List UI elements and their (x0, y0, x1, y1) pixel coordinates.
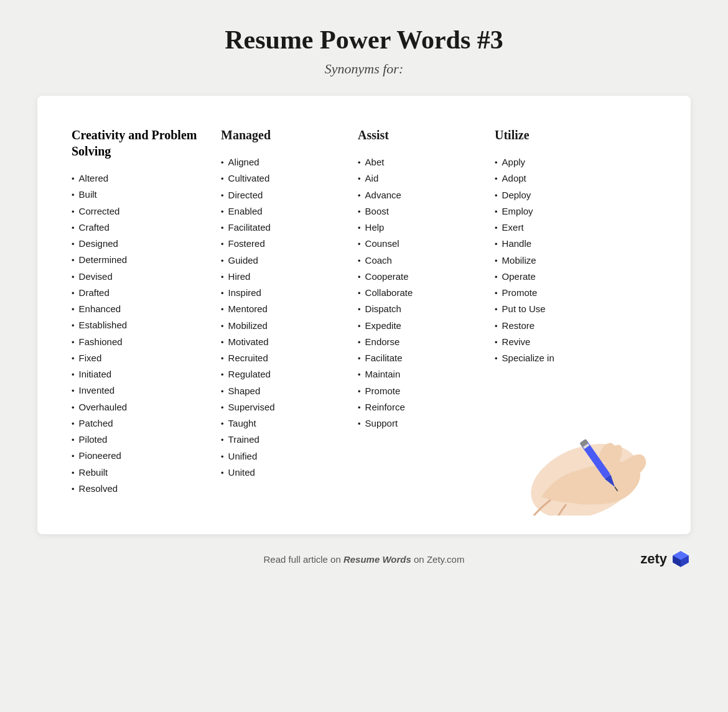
list-item: Facilitate (358, 350, 482, 366)
list-item: Shaped (221, 383, 345, 399)
list-item: Abet (358, 154, 482, 170)
zety-logo: zety (640, 549, 691, 569)
list-item: Revive (495, 334, 619, 350)
list-item: Hired (221, 269, 345, 285)
list-item: Exert (495, 220, 619, 236)
list-item: Fashioned (72, 334, 208, 350)
list-item: Deploy (495, 187, 619, 203)
col2-list: AlignedCultivatedDirectedEnabledFacilita… (221, 154, 345, 481)
list-item: Enabled (221, 203, 345, 220)
col3-list: AbetAidAdvanceBoostHelpCounselCoachCoope… (358, 154, 482, 432)
col4-list: ApplyAdoptDeployEmployExertHandleMobiliz… (495, 154, 619, 366)
col4-header: Utilize (495, 127, 619, 143)
list-item: Counsel (358, 236, 482, 252)
column-utilize: Utilize ApplyAdoptDeployEmployExertHandl… (495, 127, 619, 366)
footer-link-text: Resume Words (343, 554, 411, 565)
list-item: Established (72, 317, 208, 333)
list-item: Guided (221, 252, 345, 269)
list-item: Fixed (72, 350, 208, 366)
list-item: Directed (221, 187, 345, 203)
list-item: Piloted (72, 432, 208, 448)
list-item: Support (358, 415, 482, 432)
list-item: Put to Use (495, 301, 619, 317)
list-item: Cultivated (221, 170, 345, 187)
list-item: Supervised (221, 399, 345, 415)
list-item: Specialize in (495, 350, 619, 366)
list-item: Altered (72, 170, 208, 187)
list-item: Help (358, 220, 482, 236)
list-item: Determined (72, 252, 208, 268)
list-item: United (221, 465, 345, 481)
list-item: Devised (72, 269, 208, 285)
list-item: Invented (72, 382, 208, 399)
list-item: Apply (495, 154, 619, 170)
list-item: Inspired (221, 285, 345, 301)
list-item: Promote (495, 285, 619, 301)
footer-text: Read full article on Resume Words on Zet… (255, 554, 473, 565)
list-item: Overhauled (72, 399, 208, 415)
list-item: Built (72, 187, 208, 203)
list-item: Mentored (221, 301, 345, 317)
list-item: Resolved (72, 481, 208, 497)
list-item: Enhanced (72, 301, 208, 317)
column-creativity: Creativity and Problem Solving AlteredBu… (72, 127, 208, 497)
page-title: Resume Power Words #3 (225, 25, 503, 55)
list-item: Endorse (358, 334, 482, 350)
list-item: Drafted (72, 285, 208, 301)
list-item: Restore (495, 318, 619, 334)
list-item: Collaborate (358, 285, 482, 301)
hand-illustration (504, 385, 666, 516)
list-item: Motivated (221, 334, 345, 350)
col1-header: Creativity and Problem Solving (72, 127, 208, 159)
list-item: Rebuilt (72, 465, 208, 481)
list-item: Promote (358, 383, 482, 399)
column-assist: Assist AbetAidAdvanceBoostHelpCounselCoa… (358, 127, 482, 432)
list-item: Unified (221, 448, 345, 465)
list-item: Cooperate (358, 269, 482, 285)
list-item: Employ (495, 203, 619, 220)
col1-list: AlteredBuiltCorrectedCraftedDesignedDete… (72, 170, 208, 497)
list-item: Crafted (72, 220, 208, 236)
column-managed: Managed AlignedCultivatedDirectedEnabled… (221, 127, 345, 481)
list-item: Operate (495, 269, 619, 285)
list-item: Facilitated (221, 220, 345, 236)
list-item: Mobilize (495, 252, 619, 269)
list-item: Corrected (72, 203, 208, 220)
list-item: Adopt (495, 170, 619, 187)
list-item: Maintain (358, 366, 482, 382)
main-card: Creativity and Problem Solving AlteredBu… (37, 96, 691, 534)
list-item: Initiated (72, 366, 208, 382)
list-item: Designed (72, 236, 208, 252)
list-item: Pioneered (72, 448, 208, 464)
zety-cube-icon (671, 549, 691, 569)
list-item: Mobilized (221, 318, 345, 334)
col2-header: Managed (221, 127, 345, 143)
list-item: Coach (358, 252, 482, 269)
list-item: Aligned (221, 154, 345, 170)
list-item: Trained (221, 432, 345, 448)
list-item: Aid (358, 170, 482, 187)
zety-name: zety (640, 551, 667, 567)
list-item: Regulated (221, 366, 345, 382)
list-item: Fostered (221, 236, 345, 252)
page-subtitle: Synonyms for: (325, 61, 403, 77)
list-item: Patched (72, 415, 208, 432)
list-item: Taught (221, 415, 345, 432)
list-item: Dispatch (358, 301, 482, 317)
col3-header: Assist (358, 127, 482, 143)
list-item: Handle (495, 236, 619, 252)
list-item: Advance (358, 187, 482, 203)
list-item: Expedite (358, 318, 482, 334)
footer: Read full article on Resume Words on Zet… (37, 549, 691, 569)
list-item: Boost (358, 203, 482, 220)
list-item: Recruited (221, 350, 345, 366)
list-item: Reinforce (358, 399, 482, 415)
